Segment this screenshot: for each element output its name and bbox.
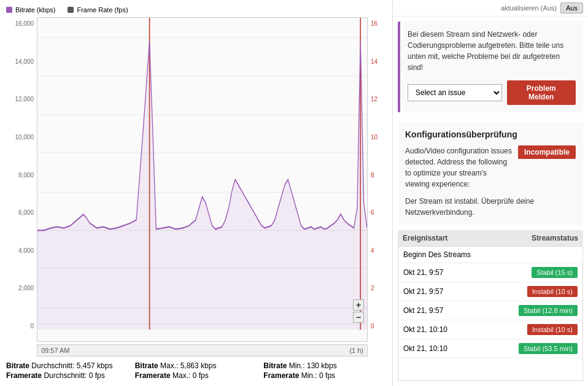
config-issue-row: Audio/Video configuration issues detecte… [405,145,576,190]
framerate-min-label: Framerate [263,371,301,380]
event-date: Okt 21, 9:57 [403,306,443,315]
top-bar: aktualisieren (Aus) Aus [393,0,588,17]
stats-grid: Bitrate Durchschnitt: 5,457 kbps Bitrate… [6,361,386,380]
time-duration: (1 h) [349,347,363,354]
chart-canvas: + − [37,17,368,342]
framerate-max-label: Framerate [135,371,172,380]
issue-controls: Select an issue Network issue Encoding i… [408,80,576,105]
framerate-avg-val: Durchschnitt: 0 fps [44,371,104,380]
table-row: Okt 21, 9:57 Stabil (12.8 min) [398,301,582,320]
event-date: Okt 21, 10:10 [403,344,447,353]
zoom-in-button[interactable]: + [353,299,364,311]
framerate-min-val: Min.: 0 fps [301,371,335,380]
status-badge: Stabil (53.5 min) [519,343,578,354]
framerate-avg-stat: Framerate Durchschnitt: 0 fps [6,371,129,380]
issue-select[interactable]: Select an issue Network issue Encoding i… [408,84,502,101]
zoom-out-button[interactable]: − [353,312,364,323]
config-title: Konfigurationsüberprüfung [405,129,576,139]
framerate-min-stat: Framerate Min.: 0 fps [263,371,386,380]
event-table-header: Ereignisstart Streamstatus [398,230,583,246]
col-status-label: Streamstatus [532,234,578,242]
time-range-display: 09:57 AM (1 h) [37,344,368,357]
bitrate-avg-stat: Bitrate Durchschnitt: 5,457 kbps [6,361,129,370]
status-badge: Instabil (10 s) [527,286,578,297]
event-section: Ereignisstart Streamstatus Beginn Des St… [398,230,583,381]
event-date: Okt 21, 9:57 [403,268,443,277]
bitrate-min-val: Min.: 130 kbps [289,361,337,370]
bitrate-max-label: Bitrate [135,361,160,370]
event-rows-container[interactable]: Beginn Des Streams Okt 21, 9:57 Stabil (… [398,246,583,381]
framerate-avg-label: Framerate [6,371,44,380]
chart-area: 16,000 14,000 12,000 10,000 8,000 6,000 … [6,17,386,342]
bitrate-min-label: Bitrate [263,361,288,370]
right-panel: aktualisieren (Aus) Aus Bei diesem Strea… [393,0,588,386]
status-badge: Stabil (12.8 min) [519,305,578,316]
table-row: Okt 21, 10:10 Stabil (53.5 min) [398,339,582,358]
status-badge: Stabil (15 s) [532,267,578,278]
bitrate-legend: Bitrate (kbps) [6,6,55,14]
y-axis-left: 16,000 14,000 12,000 10,000 8,000 6,000 … [6,17,37,342]
bitrate-legend-dot [6,7,12,13]
zoom-controls[interactable]: + − [353,299,364,323]
problem-melden-button[interactable]: Problem Melden [507,80,576,105]
config-warning-text: Der Stream ist instabil. Überprüfe deine… [405,196,576,218]
framerate-max-val: Max.: 0 fps [172,371,209,380]
time-bar: 09:57 AM (1 h) [6,344,386,357]
bitrate-min-stat: Bitrate Min.: 130 kbps [263,361,386,370]
stream-start-row: Beginn Des Streams [398,247,582,263]
framerate-legend: Frame Rate (fps) [68,6,128,14]
event-date: Okt 21, 9:57 [403,287,443,296]
left-panel: Bitrate (kbps) Frame Rate (fps) 16,000 1… [0,0,393,386]
bitrate-max-val: Max.: 5,863 kbps [160,361,216,370]
y-axis-right: 16 14 12 10 8 6 4 2 0 [368,17,386,342]
chart-legend: Bitrate (kbps) Frame Rate (fps) [6,6,386,14]
framerate-legend-label: Frame Rate (fps) [77,6,128,14]
bitrate-avg-label: Bitrate [6,361,31,370]
incompatible-badge: Incompatible [518,145,576,159]
update-label: aktualisieren (Aus) [501,4,557,12]
bitrate-legend-label: Bitrate (kbps) [15,6,55,14]
chart-svg [37,18,367,341]
config-section: Konfigurationsüberprüfung Audio/Video co… [398,122,583,225]
bitrate-avg-val: Durchschnitt: 5,457 kbps [31,361,112,370]
config-issue-text: Audio/Video configuration issues detecte… [405,145,512,190]
table-row: Okt 21, 9:57 Instabil (10 s) [398,282,582,301]
framerate-max-stat: Framerate Max.: 0 fps [135,371,258,380]
issue-description: Bei diesem Stream sind Netzwerk- oder Co… [408,29,576,73]
event-date: Okt 21, 10:10 [403,325,447,334]
issue-section: Bei diesem Stream sind Netzwerk- oder Co… [398,21,583,112]
col-start-label: Ereignisstart [403,234,447,242]
aus-button[interactable]: Aus [560,2,583,14]
bitrate-max-stat: Bitrate Max.: 5,863 kbps [135,361,258,370]
table-row: Okt 21, 9:57 Stabil (15 s) [398,263,582,282]
stream-start-label: Beginn Des Streams [403,250,471,259]
time-start: 09:57 AM [41,347,69,354]
table-row: Okt 21, 10:10 Instabil (10 s) [398,320,582,339]
framerate-legend-dot [68,7,74,13]
status-badge: Instabil (10 s) [527,324,578,335]
